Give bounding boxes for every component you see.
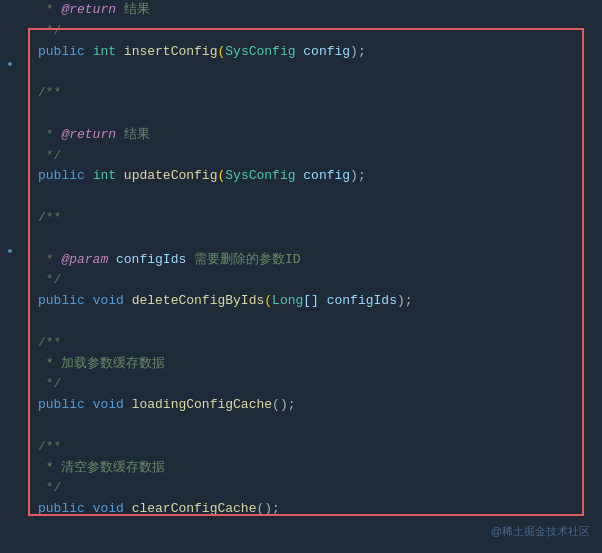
code-token: ); — [350, 42, 366, 63]
code-line: /** — [38, 437, 602, 458]
code-token: */ — [38, 478, 61, 499]
code-token: */ — [38, 146, 61, 167]
code-line — [38, 312, 602, 333]
code-token: int — [93, 166, 116, 187]
code-token: */ — [38, 270, 61, 291]
code-line — [38, 187, 602, 208]
code-token: public — [38, 291, 85, 312]
code-line: public void deleteConfigByIds(Long[] con… — [38, 291, 602, 312]
left-indicator — [8, 62, 12, 66]
code-token: clearConfigCache — [132, 499, 257, 520]
code-token: @return — [61, 0, 116, 21]
code-token — [85, 42, 93, 63]
code-token — [116, 42, 124, 63]
left-indicator — [8, 249, 12, 253]
code-content: * @return 结果 */ public int insertConfig(… — [28, 0, 602, 520]
code-line: public int insertConfig(SysConfig config… — [38, 42, 602, 63]
code-line: */ — [38, 374, 602, 395]
code-line: * 清空参数缓存数据 — [38, 458, 602, 479]
code-token: /** — [38, 208, 61, 229]
watermark: @稀土掘金技术社区 — [491, 523, 590, 541]
code-token: (); — [272, 395, 295, 416]
code-token — [85, 166, 93, 187]
code-token: loadingConfigCache — [132, 395, 272, 416]
code-line — [38, 229, 602, 250]
code-token: ( — [217, 166, 225, 187]
code-token: ); — [350, 166, 366, 187]
code-line — [38, 416, 602, 437]
code-token: void — [93, 499, 124, 520]
code-token: configIds — [108, 250, 186, 271]
code-line: /** — [38, 83, 602, 104]
code-token: /** — [38, 83, 61, 104]
code-token: public — [38, 395, 85, 416]
code-token: public — [38, 42, 85, 63]
code-line: */ — [38, 478, 602, 499]
code-token: 结果 — [116, 125, 150, 146]
code-token — [85, 291, 93, 312]
code-line: public void loadingConfigCache(); — [38, 395, 602, 416]
code-token: * — [38, 125, 61, 146]
code-token: updateConfig — [124, 166, 218, 187]
code-token: * 清空参数缓存数据 — [38, 458, 165, 479]
code-token: SysConfig — [225, 166, 295, 187]
code-token: SysConfig — [225, 42, 295, 63]
code-token: void — [93, 291, 124, 312]
code-token: config — [296, 42, 351, 63]
code-line: * @return 结果 — [38, 0, 602, 21]
code-token — [124, 291, 132, 312]
code-token: * — [38, 0, 61, 21]
code-token: /** — [38, 333, 61, 354]
code-token: ); — [397, 291, 413, 312]
code-token — [85, 499, 93, 520]
code-token: void — [93, 395, 124, 416]
code-line — [38, 62, 602, 83]
code-token: ( — [264, 291, 272, 312]
code-token: ( — [217, 42, 225, 63]
code-token: */ — [38, 21, 61, 42]
code-token — [116, 166, 124, 187]
code-line: public int updateConfig(SysConfig config… — [38, 166, 602, 187]
code-token: @return — [61, 125, 116, 146]
code-line: * 加载参数缓存数据 — [38, 354, 602, 375]
code-line: public void clearConfigCache(); — [38, 499, 602, 520]
code-token — [124, 395, 132, 416]
code-token: @param — [61, 250, 108, 271]
code-token: deleteConfigByIds — [132, 291, 265, 312]
code-token: * 加载参数缓存数据 — [38, 354, 165, 375]
code-editor: * @return 结果 */ public int insertConfig(… — [0, 0, 602, 553]
code-token: int — [93, 42, 116, 63]
code-line: /** — [38, 208, 602, 229]
code-line: * @return 结果 — [38, 125, 602, 146]
code-line — [38, 104, 602, 125]
code-token: /** — [38, 437, 61, 458]
code-line: /** — [38, 333, 602, 354]
code-line: * @param configIds 需要删除的参数ID — [38, 250, 602, 271]
code-token: 结果 — [116, 0, 150, 21]
code-line: */ — [38, 21, 602, 42]
code-token: public — [38, 166, 85, 187]
code-token: (); — [256, 499, 279, 520]
code-token: insertConfig — [124, 42, 218, 63]
code-token: 需要删除的参数ID — [186, 250, 300, 271]
code-token — [124, 499, 132, 520]
code-token: Long — [272, 291, 303, 312]
code-token: config — [296, 166, 351, 187]
code-line: */ — [38, 146, 602, 167]
line-numbers — [0, 0, 28, 553]
code-token: [] configIds — [303, 291, 397, 312]
code-token: */ — [38, 374, 61, 395]
code-token: * — [38, 250, 61, 271]
code-token — [85, 395, 93, 416]
code-line: */ — [38, 270, 602, 291]
code-token: public — [38, 499, 85, 520]
